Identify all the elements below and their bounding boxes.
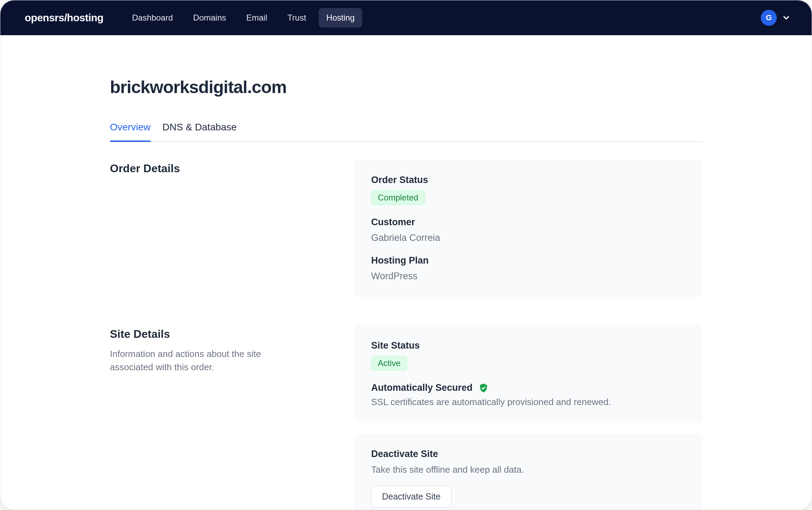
customer-label: Customer	[371, 217, 685, 228]
order-details-title: Order Details	[110, 162, 347, 175]
top-nav: opensrs/hosting Dashboard Domains Email …	[0, 0, 812, 35]
order-details-cards: Order Status Completed Customer Gabriela…	[354, 159, 702, 297]
order-details-card: Order Status Completed Customer Gabriela…	[354, 159, 702, 297]
nav-links: Dashboard Domains Email Trust Hosting	[124, 8, 362, 28]
order-status-label: Order Status	[371, 175, 685, 185]
user-menu[interactable]: G	[761, 10, 791, 26]
avatar: G	[761, 10, 777, 26]
deactivate-desc: Take this site offline and keep all data…	[371, 464, 685, 475]
order-status-badge: Completed	[371, 190, 425, 205]
hosting-plan-label: Hosting Plan	[371, 255, 685, 266]
customer-value: Gabriela Correia	[371, 233, 685, 243]
deactivate-title: Deactivate Site	[371, 449, 685, 459]
site-status-label: Site Status	[371, 340, 685, 351]
section-order-left: Order Details	[110, 159, 347, 297]
page-container: brickworksdigital.com Overview DNS & Dat…	[110, 77, 702, 510]
brand-part1: opensrs	[25, 12, 64, 23]
deactivate-site-button[interactable]: Deactivate Site	[371, 486, 451, 508]
nav-dashboard[interactable]: Dashboard	[124, 8, 180, 28]
section-order-details: Order Details Order Status Completed Cus…	[110, 159, 702, 297]
nav-email[interactable]: Email	[239, 8, 275, 28]
shield-check-icon	[478, 383, 489, 393]
chevron-down-icon	[782, 13, 791, 22]
site-status-card: Site Status Active Automatically Secured…	[354, 325, 702, 423]
app-window: opensrs/hosting Dashboard Domains Email …	[0, 0, 812, 510]
brand-part2: hosting	[67, 12, 103, 23]
site-details-title: Site Details	[110, 328, 347, 341]
site-status-badge: Active	[371, 356, 407, 371]
tab-overview[interactable]: Overview	[110, 122, 151, 142]
brand-logo[interactable]: opensrs/hosting	[25, 12, 103, 24]
tab-dns-database[interactable]: DNS & Database	[162, 122, 237, 142]
nav-trust[interactable]: Trust	[280, 8, 314, 28]
site-details-desc: Information and actions about the site a…	[110, 348, 305, 374]
section-site-left: Site Details Information and actions abo…	[110, 325, 347, 510]
deactivate-card: Deactivate Site Take this site offline a…	[354, 433, 702, 510]
nav-hosting[interactable]: Hosting	[319, 8, 362, 28]
brand-slash: /	[64, 12, 67, 23]
site-details-cards: Site Status Active Automatically Secured…	[354, 325, 702, 510]
section-site-details: Site Details Information and actions abo…	[110, 325, 702, 510]
secured-label: Automatically Secured	[371, 382, 473, 393]
secured-desc: SSL certificates are automatically provi…	[371, 397, 685, 408]
tabs: Overview DNS & Database	[110, 122, 702, 142]
nav-domains[interactable]: Domains	[185, 8, 234, 28]
page-body: brickworksdigital.com Overview DNS & Dat…	[0, 35, 812, 510]
page-title: brickworksdigital.com	[110, 77, 702, 97]
hosting-plan-value: WordPress	[371, 271, 685, 282]
secured-row: Automatically Secured	[371, 382, 685, 393]
